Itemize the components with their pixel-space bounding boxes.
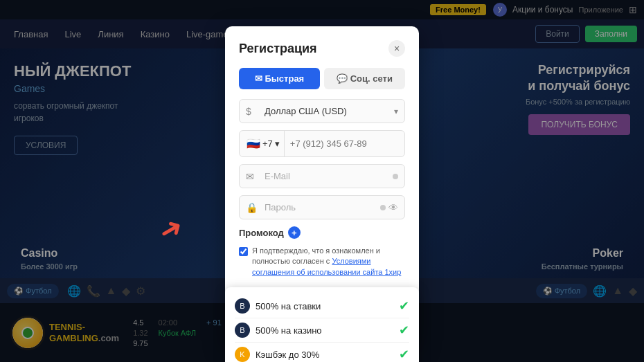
email-icon: ✉ xyxy=(246,171,254,182)
modal-tabs: ✉ Быстрая 💬 Соц. сети xyxy=(239,68,405,89)
tab-social[interactable]: 💬 Соц. сети xyxy=(324,68,405,89)
bonus-icon-3: K xyxy=(235,347,250,362)
bonus-text-1: 500% на ставки xyxy=(256,301,393,311)
modal-header: Регистрация × xyxy=(239,40,405,57)
bonus-list: B 500% на ставки ✔ B 500% на казино ✔ K … xyxy=(225,287,419,362)
tab-quick[interactable]: ✉ Быстрая xyxy=(239,68,320,89)
bonus-icon-1: B xyxy=(235,298,250,314)
password-required-dot xyxy=(380,205,386,210)
bonus-text-3: Кэшбэк до 30% xyxy=(256,350,393,360)
modal-title: Регистрация xyxy=(239,42,317,56)
promo-add-button[interactable]: + xyxy=(288,226,301,239)
terms-checkbox[interactable] xyxy=(239,247,248,256)
promo-label: Промокод xyxy=(239,228,284,238)
email-input[interactable] xyxy=(239,164,405,188)
flag-chevron-icon: ▾ xyxy=(275,138,280,149)
lock-icon: 🔒 xyxy=(246,202,258,213)
currency-field: $ Доллар США (USD) ▾ xyxy=(239,99,405,123)
dollar-icon: $ xyxy=(246,106,251,117)
currency-select[interactable]: Доллар США (USD) xyxy=(239,99,405,123)
bonus-text-2: 500% на казино xyxy=(256,325,393,336)
phone-field: 🇷🇺 +7 ▾ xyxy=(239,130,405,157)
checkbox-text: Я подтверждаю, что я ознакомлен и полнос… xyxy=(252,246,405,278)
password-field-container: 🔒 👁 xyxy=(239,195,405,219)
promo-row: Промокод + xyxy=(239,226,405,239)
bonus-check-1: ✔ xyxy=(399,298,409,314)
bonus-icon-2: B xyxy=(235,323,250,338)
bonus-item-2: B 500% на казино ✔ xyxy=(235,318,409,343)
eye-icon[interactable]: 👁 xyxy=(388,202,398,213)
modal-close-button[interactable]: × xyxy=(388,40,405,57)
email-field-container: ✉ xyxy=(239,164,405,188)
bonus-item-1: B 500% на ставки ✔ xyxy=(235,294,409,318)
email-required-dot xyxy=(393,174,398,179)
bonus-item-3: K Кэшбэк до 30% ✔ xyxy=(235,343,409,362)
phone-input[interactable] xyxy=(285,132,405,155)
flag-emoji: 🇷🇺 xyxy=(247,137,260,150)
bonus-check-3: ✔ xyxy=(399,347,409,362)
phone-flag-selector[interactable]: 🇷🇺 +7 ▾ xyxy=(240,131,285,156)
checkbox-row: Я подтверждаю, что я ознакомлен и полнос… xyxy=(239,246,405,278)
bonus-check-2: ✔ xyxy=(399,323,409,338)
